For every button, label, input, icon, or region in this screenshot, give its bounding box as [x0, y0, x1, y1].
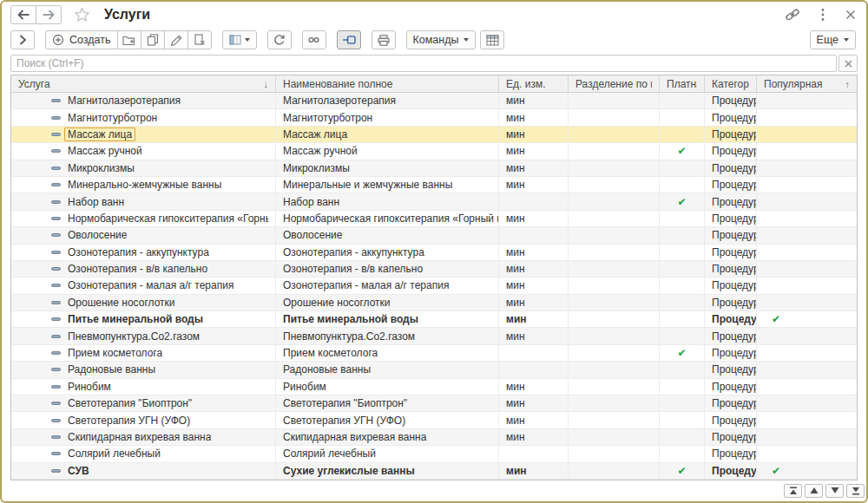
- table-row[interactable]: Оволосение Оволосение Процедура: [11, 227, 857, 244]
- cell-gender-split: [569, 278, 660, 293]
- cell-popular: [757, 93, 857, 108]
- table-row[interactable]: Озонотерапия - малая а/г терапия Озоноте…: [11, 278, 857, 294]
- expand-panel-button[interactable]: [10, 30, 35, 49]
- copy-button[interactable]: [141, 30, 165, 49]
- cell-service-text: Радоновые ванны: [68, 363, 155, 376]
- create-group-button[interactable]: [117, 30, 141, 49]
- table-row[interactable]: Массаж лица Массаж лица мин Процедура: [11, 127, 857, 143]
- list-item-icon: [51, 149, 61, 153]
- table-row[interactable]: Светотерапия "Биоптрон" Светотерапия "Би…: [11, 395, 857, 412]
- table-row[interactable]: Скипидарная вихревая ванна Скипидарная в…: [11, 429, 857, 446]
- commands-button[interactable]: Команды: [406, 30, 477, 49]
- table-row[interactable]: Минерально-жемчужные ванны Минеральные и…: [11, 177, 857, 193]
- cell-category: Процедура: [705, 379, 757, 395]
- mark-deletion-button[interactable]: [187, 30, 212, 49]
- cell-paid: [660, 211, 705, 226]
- cell-unit: мин: [499, 278, 569, 293]
- cell-full-name: Озонотерапия - малая а/г терапия: [276, 278, 499, 293]
- column-header-full-name[interactable]: Наименование полное: [276, 75, 499, 92]
- back-button[interactable]: [10, 5, 36, 24]
- cell-paid: [660, 412, 705, 428]
- table-row[interactable]: Магнитолазеротерапия Магнитолазеротерапи…: [11, 93, 857, 109]
- cell-paid: [660, 127, 705, 142]
- table-row[interactable]: Питье минеральной воды Питье минеральной…: [11, 311, 857, 328]
- kebab-menu-icon[interactable]: [821, 8, 825, 22]
- close-icon[interactable]: [845, 10, 856, 20]
- table-row[interactable]: Радоновые ванны Радоновые ванны Процедур…: [11, 362, 857, 378]
- table-row[interactable]: Микроклизмы Микроклизмы мин Процедура: [11, 160, 857, 177]
- cell-paid: [660, 261, 705, 277]
- split-view-toggle-button[interactable]: [337, 30, 361, 49]
- cell-gender-split: [569, 362, 660, 377]
- table-row[interactable]: Массаж ручной Массаж ручной мин ✔ Процед…: [11, 143, 857, 160]
- table-row[interactable]: Прием косметолога Прием косметолога ✔ Пр…: [11, 345, 857, 362]
- search-row: [2, 52, 866, 75]
- cell-category: Процедура: [705, 127, 757, 142]
- table-row[interactable]: Солярий лечебный Солярий лечебный Процед…: [11, 446, 857, 462]
- cell-unit: мин: [499, 160, 569, 176]
- table-row[interactable]: Светотерапия УГН (УФО) Светотерапия УГН …: [11, 412, 857, 428]
- find-by-value-button[interactable]: [302, 30, 326, 49]
- table-row[interactable]: Озонотерапия - в/в капельно Озонотерапия…: [11, 261, 857, 278]
- cell-popular: [757, 177, 857, 193]
- table-row[interactable]: Орошение носоглотки Орошение носоглотки …: [11, 295, 857, 311]
- scroll-to-top-button[interactable]: [784, 484, 802, 498]
- cell-unit: мин: [499, 395, 569, 411]
- search-input[interactable]: [10, 55, 837, 72]
- cell-paid: [660, 429, 705, 445]
- cell-paid: [660, 379, 705, 395]
- create-button[interactable]: Создать: [45, 30, 118, 49]
- cell-service: СУВ: [11, 463, 276, 479]
- list-item-icon: [51, 452, 61, 455]
- list-item-icon: [51, 402, 61, 405]
- cell-category: Процедура: [705, 211, 757, 226]
- list-item-icon: [51, 435, 61, 439]
- column-header-unit[interactable]: Ед. изм.: [499, 75, 569, 92]
- cell-unit: мин: [499, 109, 569, 125]
- scroll-to-bottom-button[interactable]: [846, 484, 865, 498]
- table-row[interactable]: СУВ Сухие углекислые ванны мин ✔ Процеду…: [11, 463, 857, 480]
- scroll-up-button[interactable]: [805, 484, 823, 498]
- table-row[interactable]: Нормобарическая гипокситерапия «Горный в…: [11, 211, 857, 227]
- column-header-paid[interactable]: Платная: [660, 75, 705, 92]
- configure-columns-button[interactable]: [222, 30, 257, 49]
- forward-button[interactable]: [36, 5, 62, 24]
- cell-category: Процедура: [705, 278, 757, 293]
- cell-popular: [757, 379, 857, 395]
- refresh-button[interactable]: [267, 30, 292, 49]
- cell-popular: [757, 127, 857, 142]
- list-item-icon: [51, 217, 61, 220]
- edit-button[interactable]: [164, 30, 188, 49]
- column-header-gender-split[interactable]: Разделение по полу: [569, 75, 660, 92]
- copy-icon: [147, 34, 159, 46]
- table-row[interactable]: Магнитотурботрон Магнитотурботрон мин Пр…: [11, 109, 857, 126]
- column-header-category[interactable]: Категория: [705, 75, 757, 92]
- cell-popular: [757, 412, 857, 428]
- table-row[interactable]: Пневмопунктура.Со2.газом Пневмопунктура.…: [11, 328, 857, 344]
- clear-search-button[interactable]: [838, 55, 858, 72]
- list-item-icon: [51, 419, 61, 422]
- cell-service: Магнитолазеротерапия: [11, 93, 276, 108]
- cell-popular: [757, 345, 857, 361]
- sort-asc-icon: ↑: [845, 79, 851, 89]
- cell-popular: [757, 227, 857, 243]
- table-row[interactable]: Озонотерапия - аккупунктура Озонотерапия…: [11, 245, 857, 261]
- cell-service: Оволосение: [11, 227, 276, 243]
- column-header-popular[interactable]: Популярная ↑: [757, 75, 857, 92]
- print-button[interactable]: [372, 30, 396, 49]
- more-button[interactable]: Еще: [810, 30, 856, 49]
- list-item-icon: [51, 116, 61, 120]
- cell-paid: ✔: [660, 345, 705, 361]
- table-row[interactable]: Набор ванн Набор ванн ✔ Процедура: [11, 193, 857, 210]
- favorite-star-icon[interactable]: [74, 7, 90, 23]
- table-row[interactable]: Ринобим Ринобим мин Процедура: [11, 379, 857, 395]
- create-button-label: Создать: [69, 34, 111, 46]
- list-item-icon: [51, 267, 61, 271]
- scroll-down-button[interactable]: [825, 484, 844, 498]
- link-icon[interactable]: [785, 8, 800, 22]
- cell-gender-split: [569, 429, 660, 445]
- table-view-button[interactable]: [480, 30, 504, 49]
- column-header-service[interactable]: Услуга ↓: [11, 75, 276, 92]
- cell-full-name: Светотерапия УГН (УФО): [276, 412, 499, 428]
- cell-full-name: Солярий лечебный: [276, 446, 499, 461]
